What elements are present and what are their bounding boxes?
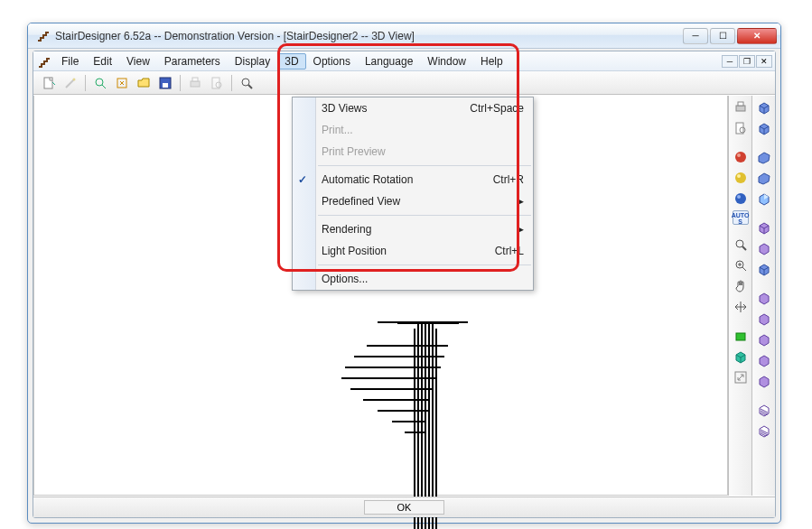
cube-purple-icon[interactable] — [755, 289, 773, 307]
svg-point-15 — [735, 152, 746, 162]
menu-item-rendering[interactable]: Rendering ▶ — [293, 218, 533, 240]
menu-item-shortcut: Ctrl+L — [495, 245, 524, 257]
wand-icon[interactable] — [61, 73, 80, 93]
toolbar-separator — [231, 75, 232, 91]
submenu-arrow-icon: ▶ — [518, 197, 524, 206]
menu-separator — [318, 264, 531, 265]
svg-rect-8 — [212, 78, 219, 88]
print-icon[interactable] — [732, 98, 750, 116]
resize-icon[interactable] — [732, 368, 750, 386]
doc-preview-icon[interactable] — [732, 119, 750, 137]
hand-icon[interactable] — [732, 277, 750, 295]
zoom-icon[interactable] — [237, 73, 257, 93]
svg-rect-6 — [191, 81, 200, 87]
submenu-arrow-icon: ▶ — [518, 225, 524, 234]
sphere-yellow-icon[interactable] — [732, 169, 750, 187]
menu-display[interactable]: Display — [228, 53, 277, 70]
cube-blue-icon[interactable] — [755, 119, 773, 137]
cube-purple-icon[interactable] — [755, 351, 773, 369]
menu-item-label: Options... — [322, 273, 368, 285]
search-icon[interactable] — [732, 236, 750, 254]
menu-item-auto-rotation[interactable]: ✓ Automatic Rotation Ctrl+R — [293, 169, 533, 190]
svg-rect-12 — [738, 102, 743, 106]
svg-point-18 — [737, 174, 741, 178]
hatch-cube-icon[interactable] — [755, 401, 773, 419]
menu-item-shortcut: Ctrl+R — [493, 173, 524, 186]
menu-item-light-position[interactable]: Light Position Ctrl+L — [293, 240, 533, 262]
mdi-child-window: File Edit View Parameters Display 3D Opt… — [33, 51, 776, 518]
autos-icon[interactable]: AUTOS — [733, 210, 749, 225]
mdi-controls: ─ ❐ ✕ — [722, 55, 775, 68]
menu-options[interactable]: Options — [306, 53, 358, 70]
print-icon[interactable] — [185, 73, 205, 93]
new-doc-icon[interactable] — [39, 73, 59, 93]
3d-menu-dropdown: 3D Views Ctrl+Space Print... Print Previ… — [292, 97, 534, 291]
sphere-blue-icon[interactable] — [732, 190, 750, 208]
cube-blue-icon[interactable] — [755, 98, 773, 116]
menu-item-predefined-view[interactable]: Predefined View ▶ — [293, 190, 533, 212]
right-toolbars: AUTOS — [728, 96, 775, 496]
svg-point-20 — [737, 195, 741, 199]
open-icon[interactable] — [134, 73, 154, 93]
menu-parameters[interactable]: Parameters — [157, 53, 228, 70]
save-icon[interactable] — [155, 73, 175, 93]
box-teal-icon[interactable] — [732, 348, 750, 366]
svg-point-19 — [735, 193, 746, 204]
svg-rect-7 — [192, 78, 198, 81]
minimize-button[interactable]: ─ — [683, 28, 708, 44]
mdi-minimize-button[interactable]: ─ — [722, 55, 738, 68]
svg-rect-11 — [736, 106, 745, 111]
svg-point-10 — [242, 79, 249, 86]
menu-item-3d-views[interactable]: 3D Views Ctrl+Space — [293, 97, 533, 119]
right-toolbar-a: AUTOS — [728, 96, 751, 496]
svg-rect-23 — [736, 333, 745, 340]
cube-purple-icon[interactable] — [755, 310, 773, 328]
menu-item-options[interactable]: Options... — [293, 268, 533, 290]
menu-edit[interactable]: Edit — [86, 53, 119, 70]
svg-point-17 — [735, 172, 746, 183]
cube-hi-icon[interactable] — [755, 190, 773, 208]
svg-point-2 — [96, 79, 103, 86]
app-icon — [36, 29, 51, 43]
box-green-icon[interactable] — [732, 327, 750, 345]
pan-icon[interactable] — [732, 298, 750, 316]
menu-item-print: Print... — [293, 119, 533, 141]
mdi-restore-button[interactable]: ❐ — [739, 55, 755, 68]
recalc-icon[interactable] — [112, 73, 132, 93]
close-button[interactable]: ✕ — [737, 28, 777, 44]
main-toolbar — [33, 71, 775, 95]
zoom-in-icon[interactable] — [732, 256, 750, 274]
statusbar: OK — [33, 497, 775, 517]
mdi-close-button[interactable]: ✕ — [756, 55, 772, 68]
preview-icon[interactable] — [207, 73, 227, 93]
menu-item-label: Rendering — [322, 223, 371, 236]
menu-3d[interactable]: 3D — [277, 53, 305, 70]
doc-icon — [37, 55, 50, 68]
menu-window[interactable]: Window — [420, 53, 473, 70]
menu-item-label: Light Position — [322, 245, 387, 257]
svg-point-16 — [737, 153, 741, 157]
menu-help[interactable]: Help — [473, 53, 510, 70]
hatch-cube-icon[interactable] — [755, 422, 773, 440]
svg-rect-0 — [44, 78, 52, 88]
maximize-button[interactable]: ☐ — [710, 28, 735, 44]
menu-separator — [318, 215, 531, 216]
menu-view[interactable]: View — [119, 53, 157, 70]
cube-purple-icon[interactable] — [755, 330, 773, 348]
cube-skew-icon[interactable] — [755, 148, 773, 166]
menu-language[interactable]: Language — [358, 53, 420, 70]
cube-blue-icon[interactable] — [755, 260, 773, 278]
cube-purple-icon[interactable] — [755, 372, 773, 390]
window-controls: ─ ☐ ✕ — [683, 28, 777, 44]
cube-purple-icon[interactable] — [755, 218, 773, 237]
menu-item-print-preview: Print Preview — [293, 141, 533, 162]
sphere-red-icon[interactable] — [732, 148, 750, 166]
outer-titlebar: StairDesigner 6.52a -- Demonstration Ver… — [28, 23, 780, 49]
cube-purple-icon[interactable] — [755, 239, 773, 257]
menubar: File Edit View Parameters Display 3D Opt… — [33, 51, 775, 71]
ok-button[interactable]: OK — [364, 500, 445, 515]
cube-skew-icon[interactable] — [755, 169, 773, 187]
zoom-reset-icon[interactable] — [90, 73, 110, 93]
menu-item-label: Print... — [322, 124, 353, 136]
menu-file[interactable]: File — [54, 53, 86, 70]
